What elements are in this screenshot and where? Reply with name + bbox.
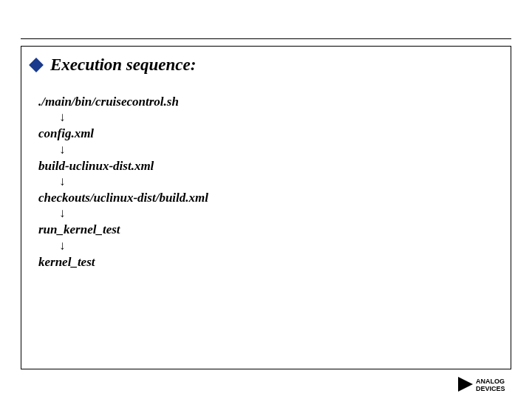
down-arrow-icon: ↓ bbox=[59, 238, 208, 255]
logo-top-text: ANALOG bbox=[476, 378, 505, 385]
top-divider bbox=[21, 38, 511, 39]
slide: Execution sequence: ./main/bin/cruisecon… bbox=[0, 0, 532, 399]
seq-step: kernel_test bbox=[38, 255, 208, 270]
down-arrow-icon: ↓ bbox=[59, 205, 208, 222]
logo-bottom-text: DEVICES bbox=[476, 385, 505, 392]
heading-row: Execution sequence: bbox=[31, 55, 196, 75]
bullet-diamond-icon bbox=[29, 58, 44, 72]
seq-step: ./main/bin/cruisecontrol.sh bbox=[38, 95, 208, 109]
svg-marker-0 bbox=[458, 377, 473, 392]
seq-step: run_kernel_test bbox=[38, 222, 208, 237]
down-arrow-icon: ↓ bbox=[59, 142, 208, 159]
seq-step: build-uclinux-dist.xml bbox=[38, 159, 208, 174]
seq-step: checkouts/uclinux-dist/build.xml bbox=[38, 191, 208, 205]
down-arrow-icon: ↓ bbox=[59, 109, 208, 126]
vendor-logo: ANALOG DEVICES bbox=[457, 375, 523, 393]
heading-text: Execution sequence: bbox=[50, 55, 196, 75]
execution-sequence: ./main/bin/cruisecontrol.sh ↓ config.xml… bbox=[38, 95, 208, 270]
seq-step: config.xml bbox=[38, 126, 208, 141]
down-arrow-icon: ↓ bbox=[59, 174, 208, 191]
